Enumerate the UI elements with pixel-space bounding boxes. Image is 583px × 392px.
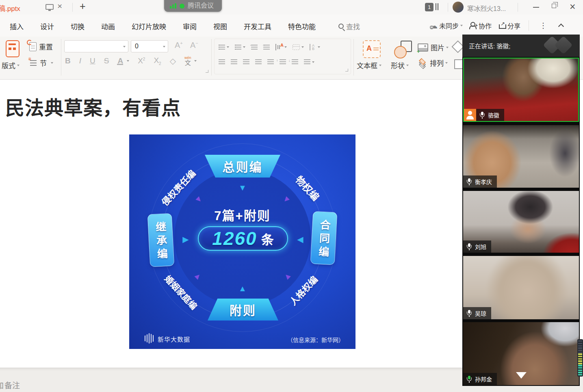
- video-tile[interactable]: 刘旭: [463, 191, 579, 253]
- video-tile[interactable]: 孙邦金: [463, 322, 579, 385]
- underline-button[interactable]: U: [90, 56, 95, 65]
- bullet-list-button[interactable]: [219, 45, 229, 50]
- document-tab[interactable]: 稿.pptx: [0, 3, 20, 13]
- italic-button[interactable]: I: [79, 56, 81, 65]
- notes-placeholder: 加 备注: [0, 379, 20, 390]
- menu-view[interactable]: 视图: [213, 21, 227, 31]
- layout-button[interactable]: 版式: [2, 60, 20, 70]
- audio-level-meter: [577, 339, 583, 377]
- spacing-increase-button[interactable]: [280, 59, 286, 65]
- picture-button[interactable]: 图片: [418, 42, 449, 52]
- arrow-n-icon: ▼: [238, 183, 247, 193]
- picture-icon: [418, 43, 428, 52]
- sync-dropdown-icon[interactable]: [460, 25, 463, 26]
- cloud-sync-icon: ☁: [430, 21, 438, 30]
- meeting-floating-bar[interactable]: 腾讯会议: [164, 0, 222, 12]
- microphone-icon: [466, 310, 472, 317]
- menu-special-features[interactable]: 特色功能: [288, 21, 316, 31]
- menu-review[interactable]: 审阅: [183, 21, 197, 31]
- shapes-icon[interactable]: [394, 40, 413, 58]
- account-name[interactable]: 寒冰烈火13...: [467, 3, 506, 13]
- font-name-dropdown-icon[interactable]: [123, 46, 126, 48]
- meeting-logo-watermark: [554, 36, 572, 54]
- tab-list-icon[interactable]: [436, 3, 440, 12]
- bullet-list-icon: [219, 45, 225, 50]
- textbox-button[interactable]: 文本框: [357, 60, 381, 70]
- video-tile[interactable]: 衡孝庆: [463, 125, 579, 188]
- pinyin-guide-button[interactable]: wén 文: [184, 56, 191, 66]
- decrease-font-button[interactable]: A−: [190, 41, 198, 50]
- document-count-badge[interactable]: 1: [425, 3, 433, 11]
- share-button[interactable]: 分享: [507, 21, 520, 30]
- menu-insert[interactable]: 插入: [10, 21, 24, 31]
- menu-transitions[interactable]: 切换: [71, 21, 85, 31]
- participant-name: 衡孝庆: [475, 178, 492, 186]
- spacing-decrease-button[interactable]: [292, 59, 298, 65]
- scroll-participants-down-icon[interactable]: [516, 372, 527, 379]
- strikethrough-button[interactable]: S: [104, 56, 109, 65]
- section-icon: [29, 58, 37, 67]
- font-size-dropdown-icon[interactable]: [163, 46, 165, 48]
- line-spacing-button[interactable]: [304, 59, 314, 65]
- window-minimize-button[interactable]: [533, 7, 539, 8]
- font-size-combobox[interactable]: 0: [131, 40, 168, 52]
- numbered-list-icon: [235, 45, 241, 50]
- video-tile[interactable]: 骆徽: [463, 58, 579, 122]
- infographic-image[interactable]: 总则编 物权编 合同编 人格权编 附则 婚姻家庭编 继承编 侵权责任编 ▼ ▼ …: [129, 134, 355, 349]
- collaborate-button[interactable]: 协作: [479, 21, 492, 30]
- section-button[interactable]: 节: [29, 58, 53, 68]
- decrease-indent-button[interactable]: [251, 45, 258, 50]
- tab-close-icon[interactable]: ×: [57, 1, 62, 11]
- increase-font-button[interactable]: A+: [175, 41, 183, 50]
- distribute-button[interactable]: [267, 59, 274, 65]
- slide-title[interactable]: 民法典草案，有看点: [5, 92, 181, 120]
- align-left-button[interactable]: [219, 59, 225, 65]
- numbered-list-button[interactable]: [235, 45, 245, 50]
- menu-design[interactable]: 设计: [40, 21, 54, 31]
- text-direction-button[interactable]: A: [275, 44, 287, 50]
- signal-bars-icon: [170, 3, 176, 9]
- justify-button[interactable]: [255, 59, 262, 65]
- font-name-combobox[interactable]: [64, 40, 128, 52]
- char-align-button[interactable]: AB: [310, 44, 320, 50]
- align-center-button[interactable]: [231, 59, 237, 65]
- microphone-icon: [466, 243, 472, 250]
- menu-slideshow[interactable]: 幻灯片放映: [132, 21, 166, 31]
- placeholder-style-button[interactable]: [293, 44, 304, 50]
- superscript-button[interactable]: X2: [138, 56, 145, 65]
- divider: [518, 3, 518, 12]
- collapse-ribbon-icon[interactable]: [558, 24, 564, 29]
- font-dialog-launcher[interactable]: [206, 70, 208, 73]
- find-button[interactable]: 查找: [338, 21, 360, 31]
- menu-animations[interactable]: 动画: [101, 21, 115, 31]
- window-restore-button[interactable]: [552, 4, 556, 8]
- textbox-icon[interactable]: A: [363, 40, 381, 58]
- meeting-video-panel: 正在讲话: 骆徽; 骆徽 衡孝庆: [462, 35, 580, 386]
- sync-status-button[interactable]: 未同步: [439, 21, 459, 30]
- reset-button[interactable]: 重置: [29, 41, 53, 52]
- align-right-button[interactable]: [243, 59, 249, 65]
- user-avatar[interactable]: [453, 2, 464, 13]
- video-tile[interactable]: 吴琼: [463, 256, 579, 319]
- shapes-button[interactable]: 形状: [391, 60, 409, 70]
- subscript-button[interactable]: X2: [154, 56, 161, 66]
- present-monitor-icon[interactable]: [46, 4, 54, 10]
- speaking-banner: 正在讲话: 骆徽;: [469, 41, 511, 50]
- increase-indent-button[interactable]: [263, 45, 270, 50]
- font-color-dropdown-icon[interactable]: [127, 60, 129, 62]
- new-tab-button[interactable]: +: [80, 0, 86, 12]
- bold-button[interactable]: B: [65, 56, 71, 65]
- search-icon: [338, 24, 344, 29]
- node-supplementary: 附则: [208, 299, 278, 321]
- menu-devtools[interactable]: 开发工具: [244, 21, 271, 31]
- arrange-button[interactable]: 排列: [418, 58, 448, 68]
- paragraph-dialog-launcher[interactable]: [345, 69, 348, 71]
- font-color-button[interactable]: A: [117, 56, 123, 65]
- frame-tool-icon[interactable]: [454, 59, 463, 69]
- slide-layout-icon[interactable]: [6, 40, 20, 57]
- clear-format-button[interactable]: ◇: [170, 56, 176, 66]
- more-options-button[interactable]: ⋮: [540, 21, 547, 30]
- meeting-panel-header[interactable]: 正在讲话: 骆徽;: [462, 35, 580, 57]
- window-close-button[interactable]: ×: [570, 1, 576, 13]
- pinyin-dropdown-icon[interactable]: [194, 60, 197, 62]
